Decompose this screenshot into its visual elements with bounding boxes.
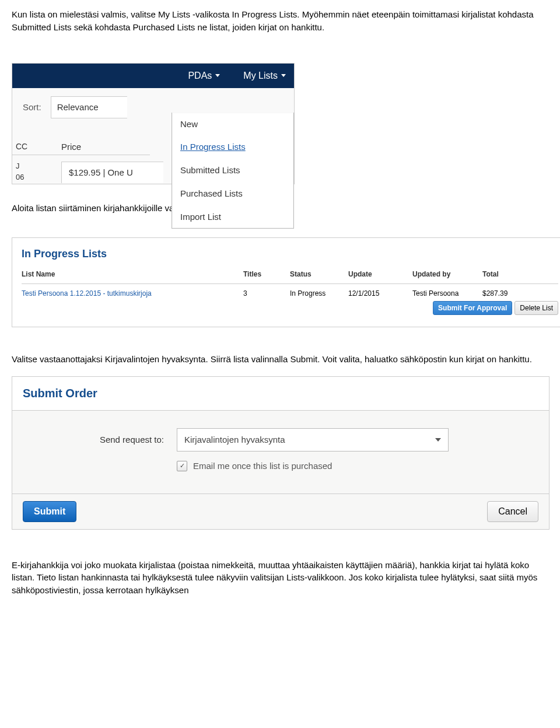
body: Sort: Relevance CC Price J 06 $129.95 | …	[12, 88, 294, 184]
sort-value: Relevance	[57, 101, 99, 114]
chevron-down-icon	[281, 74, 286, 77]
sort-label: Sort:	[23, 101, 41, 114]
submit-for-approval-button[interactable]: Submit For Approval	[433, 301, 512, 315]
dialog-body: Send request to: Kirjavalintojen hyvaksy…	[12, 411, 549, 494]
nav-mylists[interactable]: My Lists	[243, 69, 286, 82]
cell-status: In Progress	[290, 289, 348, 299]
cell-listname[interactable]: Testi Persoona 1.12.2015 - tutkimuskirjo…	[22, 289, 243, 299]
table-header: List Name Titles Status Update Updated b…	[22, 270, 558, 284]
dialog-footer: Submit Cancel	[12, 494, 549, 529]
menu-purchased-lists[interactable]: Purchased Lists	[172, 182, 293, 205]
column-cc: CC	[16, 141, 27, 152]
screenshot-submit-order: Submit Order Send request to: Kirjavalin…	[12, 376, 550, 530]
email-checkbox[interactable]: ✓	[177, 461, 187, 471]
mylists-dropdown: New In Progress Lists Submitted Lists Pu…	[172, 113, 294, 229]
menu-new[interactable]: New	[172, 113, 293, 136]
submit-button[interactable]: Submit	[23, 501, 76, 522]
column-price: Price	[61, 141, 81, 153]
price-value: $129.95 | One U	[69, 166, 133, 179]
menu-in-progress-lists[interactable]: In Progress Lists	[172, 135, 293, 159]
cell-updatedby: Testi Persoona	[412, 289, 482, 299]
row-actions: Submit For Approval Delete List	[22, 301, 558, 315]
chevron-down-icon	[215, 74, 220, 77]
select-value: Kirjavalintojen hyvaksynta	[184, 433, 285, 446]
th-titles: Titles	[243, 270, 290, 279]
send-request-select[interactable]: Kirjavalintojen hyvaksynta	[177, 428, 449, 452]
menu-import-list[interactable]: Import List	[172, 205, 293, 229]
th-status: Status	[290, 270, 348, 279]
row-id-fragment: J 06	[16, 161, 24, 183]
send-request-row: Send request to: Kirjavalintojen hyvaksy…	[12, 428, 549, 452]
paragraph-4: E-kirjahankkija voi joko muokata kirjali…	[12, 559, 548, 597]
cell-update: 12/1/2015	[348, 289, 412, 299]
sort-select[interactable]: Relevance	[51, 96, 127, 118]
nav-pdas-label: PDAs	[188, 69, 212, 82]
dialog-title: Submit Order	[12, 377, 549, 411]
th-update: Update	[348, 270, 412, 279]
divider	[12, 155, 150, 155]
delete-list-button[interactable]: Delete List	[514, 301, 558, 315]
send-request-label: Send request to:	[12, 433, 177, 446]
cancel-button[interactable]: Cancel	[487, 501, 538, 522]
screenshot-mylists-menu: PDAs My Lists Sort: Relevance CC Price J…	[12, 63, 295, 184]
paragraph-3: Valitse vastaanottajaksi Kirjavalintojen…	[12, 353, 548, 366]
email-checkbox-label: Email me once this list is purchased	[193, 460, 332, 473]
email-checkbox-row: ✓ Email me once this list is purchased	[177, 460, 549, 473]
price-select[interactable]: $129.95 | One U	[61, 162, 163, 183]
nav-pdas[interactable]: PDAs	[188, 69, 220, 82]
cell-titles: 3	[243, 289, 290, 299]
th-listname: List Name	[22, 270, 243, 279]
menu-submitted-lists[interactable]: Submitted Lists	[172, 159, 293, 182]
top-nav: PDAs My Lists	[12, 64, 294, 88]
th-updatedby: Updated by	[412, 270, 482, 279]
paragraph-1: Kun lista on mielestäsi valmis, valitse …	[12, 8, 548, 34]
sort-row: Sort: Relevance	[23, 96, 127, 118]
chevron-down-icon	[435, 438, 441, 442]
table-row: Testi Persoona 1.12.2015 - tutkimuskirjo…	[22, 284, 558, 299]
panel-title: In Progress Lists	[22, 246, 558, 261]
cell-total: $287.39	[482, 289, 541, 299]
screenshot-in-progress-lists: In Progress Lists List Name Titles Statu…	[12, 237, 560, 327]
nav-mylists-label: My Lists	[243, 69, 278, 82]
th-total: Total	[482, 270, 541, 279]
